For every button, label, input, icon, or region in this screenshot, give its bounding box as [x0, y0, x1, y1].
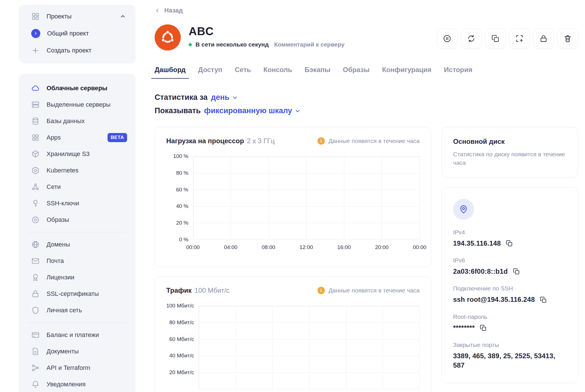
sidebar-item-label: Выделенные серверы [47, 101, 111, 108]
tab-console[interactable]: Консоль [263, 66, 292, 79]
tab-configuration[interactable]: Конфигурация [382, 66, 432, 79]
lock-button[interactable] [533, 28, 554, 49]
sidebar-item-kubernetes[interactable]: Kubernetes [19, 162, 136, 179]
projects-header[interactable]: Проекты [19, 8, 136, 25]
sidebar-item-current-project[interactable]: Общий проект [19, 25, 136, 42]
sidebar-item-ssh-keys[interactable]: SSH-ключи [19, 195, 136, 212]
sidebar-item-apps[interactable]: Apps BETA [19, 129, 136, 146]
tab-dashboard[interactable]: Дашборд [155, 66, 186, 79]
cpu-chart-header: Нагрузка на процессор 2 x 3 ГГц i Данные… [166, 137, 420, 145]
sidebar-item-label: SSL-сертификаты [47, 290, 99, 298]
copy-ipv6-button[interactable] [512, 267, 520, 275]
key-icon [31, 199, 40, 208]
server-info: ABC В сети несколько секунд Комментарий … [189, 24, 344, 48]
sidebar-item-documents[interactable]: Документы [19, 343, 136, 360]
traffic-chart-notice-text: Данные появятся в течение часа [329, 287, 420, 294]
ipv6-field: IPv6 2a03:6f00:8::b1d [453, 257, 566, 276]
cpu-chart-card: Нагрузка на процессор 2 x 3 ГГц i Данные… [155, 127, 431, 267]
sidebar-item-private-network[interactable]: Личная сеть [19, 302, 136, 319]
copy-icon [540, 296, 547, 304]
copy-ssh-button[interactable] [539, 296, 547, 304]
copy-icon [491, 34, 500, 43]
bell-icon [31, 380, 40, 389]
sidebar-divider [28, 323, 126, 323]
y-tick: 0 % [179, 237, 188, 243]
traffic-chart-plot: 100 Мбит/с 80 Мбит/с 60 Мбит/с 40 Мбит/с… [166, 306, 420, 389]
y-tick: 40 % [176, 203, 188, 209]
sidebar-item-cloud-servers[interactable]: Облачные серверы [19, 80, 136, 96]
tab-bar: Дашборд Доступ Сеть Консоль Бэкапы Образ… [155, 66, 578, 79]
sidebar-item-databases[interactable]: Базы данных [19, 113, 136, 129]
chevron-up-icon[interactable] [120, 13, 126, 20]
back-label: Назад [164, 7, 183, 14]
copy-root-password-button[interactable] [479, 324, 487, 332]
sidebar-item-dedicated-servers[interactable]: Выделенные серверы [19, 96, 136, 113]
sidebar-item-label: SSH-ключи [47, 200, 79, 207]
closed-ports-field: Закрытые порты 3389, 465, 389, 25, 2525,… [453, 342, 566, 370]
sidebar-item-label: Домены [47, 241, 70, 248]
copy-ipv4-button[interactable] [505, 239, 513, 247]
delete-button[interactable] [557, 28, 578, 49]
y-tick: 80 % [176, 170, 188, 176]
traffic-chart-title: Трафик [166, 286, 192, 294]
y-tick: 60 Мбит/с [169, 336, 194, 342]
x-tick: 08:00 [262, 244, 275, 250]
page: Проекты Общий проект Создать проект [0, 0, 585, 392]
credit-card-icon [31, 331, 40, 339]
ipv4-field: IPv4 194.35.116.148 [453, 229, 566, 248]
sidebar-item-label: Kubernetes [47, 167, 79, 174]
sidebar-item-balance[interactable]: Баланс и платежи [19, 327, 136, 343]
server-actions [437, 28, 578, 49]
copy-icon [506, 240, 513, 247]
mail-icon [31, 257, 40, 265]
y-tick: 20 Мбит/с [169, 369, 194, 376]
pause-button[interactable] [437, 28, 457, 49]
tab-backups[interactable]: Бэкапы [305, 66, 331, 79]
traffic-chart-subtitle: 100 Мбит/с [195, 286, 230, 294]
traffic-chart-header: Трафик 100 Мбит/с i Данные появятся в те… [166, 286, 420, 294]
snapshot-icon [515, 34, 524, 43]
chevron-down-icon [294, 108, 301, 114]
sidebar-item-mail[interactable]: Почта [19, 253, 136, 269]
kubernetes-icon [31, 166, 40, 175]
sidebar-item-label: Сети [47, 183, 61, 191]
sidebar-item-networks[interactable]: Сети [19, 179, 136, 195]
cpu-chart-notice-text: Данные появятся в течение часа [329, 138, 420, 144]
shield-icon [31, 306, 40, 315]
location-pin-icon [453, 199, 474, 220]
clone-button[interactable] [485, 28, 506, 49]
sidebar-item-notifications[interactable]: Уведомления [19, 376, 136, 392]
status-row: В сети несколько секунд Комментарий к се… [189, 41, 344, 48]
sidebar-item-domains[interactable]: Домены [19, 236, 136, 253]
sidebar-item-label: Баланс и платежи [47, 331, 99, 339]
sidebar-item-api-terraform[interactable]: API и Terraform [19, 360, 136, 376]
server-comment-link[interactable]: Комментарий к серверу [274, 41, 344, 48]
cpu-chart-title: Нагрузка на процессор [166, 137, 244, 145]
tab-network[interactable]: Сеть [235, 66, 251, 79]
stats-period-control: Статистика за день [155, 93, 578, 102]
y-tick: 80 Мбит/с [169, 319, 194, 326]
network-icon [31, 183, 40, 191]
traffic-chart-card: Трафик 100 Мбит/с i Данные появятся в те… [155, 277, 431, 392]
sidebar-item-images[interactable]: Образы [19, 212, 136, 228]
sidebar-item-licenses[interactable]: Лицензии [19, 269, 136, 286]
sidebar-divider [28, 232, 126, 232]
stats-period-dropdown[interactable]: день [211, 93, 238, 102]
restart-button[interactable] [461, 28, 481, 49]
ipv4-label: IPv4 [453, 229, 566, 236]
back-link[interactable]: Назад [155, 7, 183, 14]
tab-access[interactable]: Доступ [198, 66, 222, 79]
traffic-chart-grid [199, 306, 420, 389]
sidebar-item-label: Базы данных [47, 117, 85, 125]
sidebar-item-s3-storage[interactable]: Хранилище S3 [19, 146, 136, 162]
tab-images[interactable]: Образы [343, 66, 369, 79]
snapshot-button[interactable] [509, 28, 530, 49]
y-tick: 100 % [173, 153, 188, 159]
x-tick: 16:00 [337, 244, 351, 250]
sidebar-item-create-project[interactable]: Создать проект [19, 42, 136, 59]
cpu-chart-grid [193, 156, 420, 240]
disk-card-text: Статистика по диску появится в течение ч… [453, 150, 566, 167]
tab-history[interactable]: История [444, 66, 472, 79]
scale-dropdown[interactable]: фиксированную шкалу [204, 106, 300, 115]
sidebar-item-ssl-certificates[interactable]: SSL-сертификаты [19, 286, 136, 302]
